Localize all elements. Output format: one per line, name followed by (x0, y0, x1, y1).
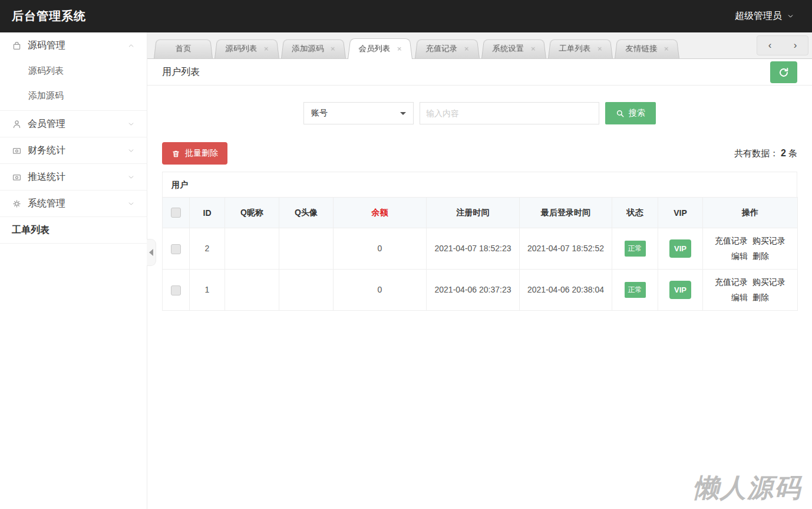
action-purchase-records[interactable]: 购买记录 (752, 277, 785, 287)
tab-close-icon[interactable]: × (397, 45, 402, 52)
refresh-button[interactable] (770, 61, 797, 83)
chevron-down-icon (127, 200, 135, 208)
tab-source-code-list[interactable]: 源码列表× (214, 40, 279, 58)
vip-badge: VIP (669, 281, 691, 299)
action-edit[interactable]: 编辑 (731, 251, 748, 261)
sidebar-item-label: 财务统计 (28, 145, 127, 157)
tab-prev-button[interactable]: ‹ (757, 36, 783, 55)
search-field-selected: 账号 (311, 108, 328, 119)
record-count-prefix: 共有数据： (734, 148, 778, 158)
finance-icon (12, 146, 22, 156)
search-icon (616, 109, 625, 118)
action-edit[interactable]: 编辑 (731, 293, 748, 302)
batch-delete-label: 批量删除 (185, 148, 218, 159)
top-header: 后台管理系统 超级管理员 (0, 0, 812, 32)
column-header: VIP (658, 198, 703, 228)
tab-close-icon[interactable]: × (331, 45, 336, 52)
tab-add-source-code[interactable]: 添加源码× (281, 40, 346, 58)
column-header: 操作 (703, 198, 798, 228)
tab-recharge-records[interactable]: 充值记录× (415, 40, 480, 58)
row-last-login-time: 2021-04-06 20:38:04 (520, 270, 612, 311)
row-vip-cell: VIP (658, 228, 703, 270)
sidebar-item-source-code-management[interactable]: 源码管理 (0, 32, 147, 58)
tab-next-button[interactable]: › (783, 36, 808, 55)
search-button-label: 搜索 (629, 108, 645, 119)
tab-label: 系统设置 (491, 44, 524, 54)
row-q-nickname (225, 270, 279, 311)
batch-delete-button[interactable]: 批量删除 (162, 142, 227, 165)
tab-system-settings[interactable]: 系统设置× (481, 40, 546, 58)
tab-close-icon[interactable]: × (464, 45, 469, 52)
tab-bar: 首页源码列表×添加源码×会员列表×充值记录×系统设置×工单列表×友情链接× ‹ … (147, 32, 812, 59)
column-header: Q头像 (279, 198, 334, 228)
search-field-select[interactable]: 账号 (303, 102, 414, 124)
sidebar-item-label: 系统管理 (28, 198, 127, 210)
tab-close-icon[interactable]: × (263, 45, 269, 52)
chevron-down-icon (127, 120, 135, 128)
tabs-strip: 首页源码列表×添加源码×会员列表×充值记录×系统设置×工单列表×友情链接× (153, 32, 754, 59)
select-all-checkbox[interactable] (171, 208, 181, 218)
tab-label: 添加源码 (292, 44, 324, 54)
caret-down-icon (400, 112, 406, 118)
row-q-avatar (279, 270, 334, 311)
sidebar-group-system-management: 系统管理 (0, 191, 147, 217)
tab-member-list[interactable]: 会员列表× (348, 38, 412, 59)
row-select-cell (163, 270, 190, 311)
refresh-icon (778, 67, 790, 78)
column-header: ID (190, 198, 225, 228)
tab-home[interactable]: 首页 (154, 40, 213, 58)
action-purchase-records[interactable]: 购买记录 (752, 236, 785, 245)
chevron-up-icon (127, 42, 135, 50)
table-body: 202021-04-07 18:52:232021-04-07 18:52:52… (163, 228, 798, 311)
row-checkbox[interactable] (171, 285, 181, 295)
sidebar-group-finance-statistics: 财务统计 (0, 137, 147, 164)
search-button[interactable]: 搜索 (605, 102, 656, 124)
action-delete[interactable]: 删除 (752, 293, 769, 302)
page-title-bar: 用户列表 (147, 59, 812, 86)
row-q-nickname (225, 228, 279, 270)
sidebar-item-source-code-list[interactable]: 源码列表 (0, 58, 147, 83)
sidebar-item-push-statistics[interactable]: 推送统计 (0, 164, 147, 190)
sidebar-item-member-management[interactable]: 会员管理 (0, 111, 147, 137)
sidebar-nav: 源码管理源码列表添加源码会员管理财务统计推送统计系统管理工单列表 (0, 32, 147, 244)
sidebar-group-member-management: 会员管理 (0, 111, 147, 137)
tab-friend-links[interactable]: 友情链接× (615, 40, 679, 58)
sidebar-group-work-order-list: 工单列表 (0, 217, 147, 244)
sidebar-item-work-order-list[interactable]: 工单列表 (0, 217, 147, 243)
tab-label: 友情链接 (625, 44, 658, 54)
table-header-row: IDQ昵称Q头像余额注册时间最后登录时间状态VIP操作 (163, 198, 798, 228)
row-id: 2 (190, 228, 225, 270)
tab-scroll-nav: ‹ › (757, 35, 808, 55)
tab-close-icon[interactable]: × (664, 45, 669, 52)
row-balance: 0 (334, 270, 427, 311)
tab-label: 首页 (175, 44, 191, 54)
tab-work-order-list[interactable]: 工单列表× (548, 40, 613, 58)
table-row: 102021-04-06 20:37:232021-04-06 20:38:04… (163, 270, 798, 311)
action-recharge-records[interactable]: 充值记录 (715, 277, 748, 287)
tab-label: 工单列表 (559, 44, 591, 54)
table-caption: 用户 (162, 172, 797, 197)
action-delete[interactable]: 删除 (752, 251, 769, 261)
tab-label: 充值记录 (425, 44, 457, 54)
user-table-container: 用户 IDQ昵称Q头像余额注册时间最后登录时间状态VIP操作 202021-04… (162, 172, 797, 311)
tab-close-icon[interactable]: × (530, 45, 536, 52)
sidebar-item-system-management[interactable]: 系统管理 (0, 191, 147, 216)
app-title: 后台管理系统 (12, 8, 86, 24)
column-header: 状态 (612, 198, 658, 228)
user-menu[interactable]: 超级管理员 (735, 10, 794, 22)
sidebar-item-add-source-code[interactable]: 添加源码 (0, 83, 147, 108)
chevron-down-icon (127, 147, 135, 155)
row-checkbox[interactable] (171, 244, 181, 254)
push-icon (12, 172, 22, 182)
search-input[interactable] (420, 102, 599, 124)
sidebar-group-source-code-management: 源码管理源码列表添加源码 (0, 32, 147, 111)
row-balance: 0 (334, 228, 427, 270)
gear-icon (12, 199, 22, 209)
tab-close-icon[interactable]: × (597, 45, 602, 52)
row-status-cell: 正常 (612, 228, 658, 270)
user-table: IDQ昵称Q头像余额注册时间最后登录时间状态VIP操作 202021-04-07… (162, 197, 798, 311)
sidebar-collapse-handle[interactable] (147, 239, 156, 266)
action-recharge-records[interactable]: 充值记录 (715, 236, 748, 245)
row-register-time: 2021-04-07 18:52:23 (427, 228, 520, 270)
sidebar-item-finance-statistics[interactable]: 财务统计 (0, 137, 147, 163)
